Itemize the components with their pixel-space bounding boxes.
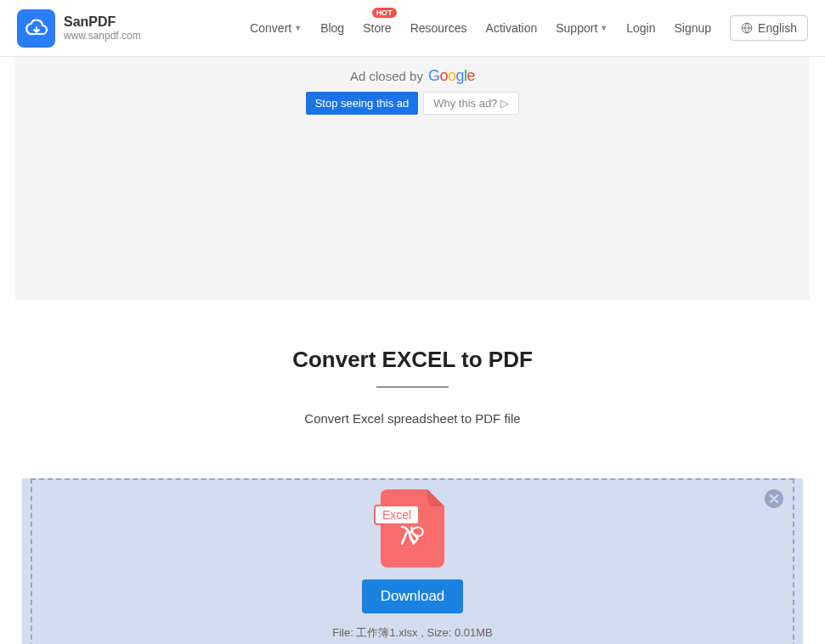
language-button[interactable]: English bbox=[730, 15, 808, 41]
brand[interactable]: SanPDF www.sanpdf.com bbox=[17, 9, 141, 48]
excel-badge: Excel bbox=[374, 505, 420, 525]
title-section: Convert EXCEL to PDF Convert Excel sprea… bbox=[0, 347, 825, 426]
file-icon: Excel bbox=[381, 489, 444, 568]
nav-convert[interactable]: Convert▼ bbox=[250, 21, 302, 35]
ad-buttons: Stop seeing this ad Why this ad?▷ bbox=[15, 92, 810, 115]
nav-activation[interactable]: Activation bbox=[486, 21, 538, 35]
why-this-ad-button[interactable]: Why this ad?▷ bbox=[423, 92, 519, 115]
nav-blog[interactable]: Blog bbox=[320, 21, 344, 35]
page-subtitle: Convert Excel spreadsheet to PDF file bbox=[0, 411, 825, 426]
logo-icon bbox=[17, 9, 55, 48]
close-icon bbox=[770, 494, 778, 503]
chevron-down-icon: ▼ bbox=[600, 24, 607, 32]
file-info: File: 工作簿1.xlsx , Size: 0.01MB bbox=[332, 625, 493, 641]
drop-area[interactable]: Excel Download File: 工作簿1.xlsx , Size: 0… bbox=[31, 478, 794, 644]
close-button[interactable] bbox=[765, 489, 783, 508]
brand-text: SanPDF www.sanpdf.com bbox=[64, 14, 141, 42]
page-title: Convert EXCEL to PDF bbox=[0, 347, 825, 373]
nav-store[interactable]: StoreHOT bbox=[363, 21, 391, 35]
play-icon: ▷ bbox=[500, 97, 509, 110]
nav-resources[interactable]: Resources bbox=[410, 21, 467, 35]
ad-container: Ad closed by Google Stop seeing this ad … bbox=[15, 57, 810, 300]
brand-url: www.sanpdf.com bbox=[64, 30, 141, 42]
header: SanPDF www.sanpdf.com Convert▼ Blog Stor… bbox=[0, 0, 825, 57]
nav-signup[interactable]: Signup bbox=[674, 21, 711, 35]
hot-badge: HOT bbox=[372, 8, 397, 18]
language-label: English bbox=[758, 21, 797, 35]
chevron-down-icon: ▼ bbox=[294, 24, 302, 32]
ad-closed-text: Ad closed by Google bbox=[350, 67, 475, 85]
nav-support[interactable]: Support▼ bbox=[556, 21, 607, 35]
download-button[interactable]: Download bbox=[362, 579, 464, 613]
brand-name: SanPDF bbox=[64, 14, 141, 30]
nav: Convert▼ Blog StoreHOT Resources Activat… bbox=[250, 15, 808, 41]
stop-seeing-ad-button[interactable]: Stop seeing this ad bbox=[306, 92, 419, 115]
globe-icon bbox=[741, 22, 753, 34]
conversion-panel: Excel Download File: 工作簿1.xlsx , Size: 0… bbox=[22, 478, 803, 644]
nav-login[interactable]: Login bbox=[626, 21, 655, 35]
title-underline bbox=[376, 387, 449, 387]
google-logo-icon: Google bbox=[428, 67, 475, 85]
